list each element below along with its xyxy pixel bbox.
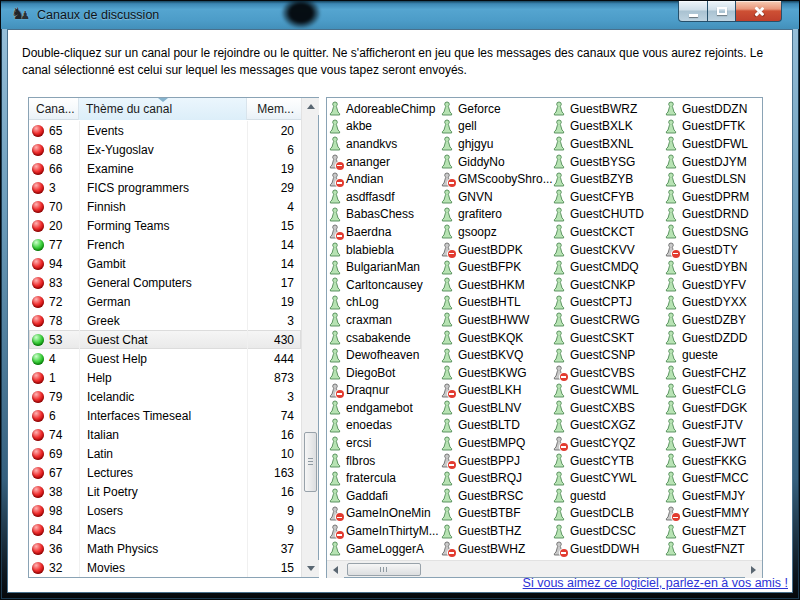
user-item[interactable]: enoedas <box>329 417 441 435</box>
user-item[interactable]: GuestCKCT <box>553 223 665 241</box>
user-item[interactable]: GuestFCLG <box>665 382 762 400</box>
share-link[interactable]: Si vous aimez ce logiciel, parlez-en à v… <box>523 576 788 590</box>
user-item[interactable]: Geforce <box>441 100 553 118</box>
user-item[interactable]: GuestBHKM <box>441 276 553 294</box>
user-item[interactable]: GNVN <box>441 188 553 206</box>
user-item[interactable]: GuestCNKP <box>553 276 665 294</box>
user-item[interactable]: BulgarianMan <box>329 258 441 276</box>
user-item[interactable]: GuestDLSN <box>665 170 762 188</box>
user-item[interactable]: guestd <box>553 487 665 505</box>
user-item[interactable]: GameInThirtyM... <box>329 522 441 540</box>
user-item[interactable]: chLog <box>329 294 441 312</box>
user-item[interactable]: GuestDYFV <box>665 276 762 294</box>
channel-row[interactable]: 66Examine19 <box>29 159 301 178</box>
user-item[interactable]: GuestDRND <box>665 206 762 224</box>
user-item[interactable]: flbros <box>329 452 441 470</box>
user-item[interactable]: GuestDTY <box>665 241 762 259</box>
channel-row[interactable]: 74Italian16 <box>29 425 301 444</box>
channel-row[interactable]: 67Lectures163 <box>29 463 301 482</box>
user-item[interactable]: blabiebla <box>329 241 441 259</box>
user-item[interactable]: GuestDZBY <box>665 311 762 329</box>
user-item[interactable]: DiegoBot <box>329 364 441 382</box>
user-item[interactable]: GuestBLNV <box>441 399 553 417</box>
user-item[interactable]: GuestFKKG <box>665 452 762 470</box>
user-item[interactable]: GuestFNZT <box>665 540 762 558</box>
user-item[interactable]: GuestCXGZ <box>553 417 665 435</box>
user-item[interactable]: GuestBTBF <box>441 505 553 523</box>
user-item[interactable]: GuestCSKT <box>553 329 665 347</box>
user-item[interactable]: gell <box>441 118 553 136</box>
user-item[interactable]: GuestFCHZ <box>665 364 762 382</box>
user-item[interactable]: craxman <box>329 311 441 329</box>
titlebar[interactable]: ♞♟ Canaux de discussion <box>1 1 799 29</box>
user-item[interactable]: GuestBXNL <box>553 135 665 153</box>
user-item[interactable]: GuestDZDD <box>665 329 762 347</box>
user-item[interactable]: GuestFMMY <box>665 505 762 523</box>
user-item[interactable]: GuestCWML <box>553 382 665 400</box>
channel-row[interactable]: 70Finnish4 <box>29 197 301 216</box>
user-item[interactable]: GuestBPPJ <box>441 452 553 470</box>
user-item[interactable]: Dewofheaven <box>329 346 441 364</box>
user-item[interactable]: GiddyNo <box>441 153 553 171</box>
user-item[interactable]: GuestDCLB <box>553 505 665 523</box>
user-item[interactable]: GuestCMDQ <box>553 258 665 276</box>
scroll-left-button[interactable] <box>327 561 344 578</box>
user-item[interactable]: GuestBXLK <box>553 118 665 136</box>
user-item[interactable]: AdoreableChimp <box>329 100 441 118</box>
user-item[interactable]: GuestDDWH <box>553 540 665 558</box>
user-item[interactable]: GuestCVBS <box>553 364 665 382</box>
channel-row[interactable]: 65Events20 <box>29 121 301 140</box>
close-button[interactable] <box>736 1 782 22</box>
scroll-up-button[interactable] <box>302 98 319 115</box>
user-item[interactable]: GuestFJWT <box>665 434 762 452</box>
user-item[interactable]: Carltoncausey <box>329 276 441 294</box>
user-item[interactable]: GuestBKVQ <box>441 346 553 364</box>
channel-row[interactable]: 83General Computers17 <box>29 273 301 292</box>
user-item[interactable]: GuestFMJY <box>665 487 762 505</box>
user-item[interactable]: endgamebot <box>329 399 441 417</box>
channel-row[interactable]: 4Guest Help444 <box>29 349 301 368</box>
channel-row[interactable]: 94Gambit14 <box>29 254 301 273</box>
column-header-theme[interactable]: Thème du canal <box>79 98 247 120</box>
channel-row[interactable]: 72German19 <box>29 292 301 311</box>
user-item[interactable]: grafitero <box>441 206 553 224</box>
user-item[interactable]: GuestBWRZ <box>553 100 665 118</box>
user-item[interactable]: GuestDJYM <box>665 153 762 171</box>
user-item[interactable]: Baerdna <box>329 223 441 241</box>
users-horizontal-scrollbar[interactable] <box>327 560 762 577</box>
user-item[interactable]: GuestDCSC <box>553 522 665 540</box>
user-item[interactable]: ananger <box>329 153 441 171</box>
user-item[interactable]: GuestCKVV <box>553 241 665 259</box>
user-item[interactable]: ercsi <box>329 434 441 452</box>
scroll-down-button[interactable] <box>302 560 319 577</box>
channel-row[interactable]: 6Interfaces Timeseal74 <box>29 406 301 425</box>
user-item[interactable]: GuestDPRM <box>665 188 762 206</box>
user-item[interactable]: GuestFJTV <box>665 417 762 435</box>
channel-row[interactable]: 20Forming Teams15 <box>29 216 301 235</box>
user-item[interactable]: GuestCXBS <box>553 399 665 417</box>
user-item[interactable]: GuestFMZT <box>665 522 762 540</box>
user-item[interactable]: akbe <box>329 118 441 136</box>
user-item[interactable]: asdffasdf <box>329 188 441 206</box>
user-item[interactable]: GuestBZYB <box>553 170 665 188</box>
user-item[interactable]: GuestFMCC <box>665 469 762 487</box>
user-item[interactable]: Gaddafi <box>329 487 441 505</box>
user-item[interactable]: gsoopz <box>441 223 553 241</box>
user-item[interactable]: GuestCHUTD <box>553 206 665 224</box>
horizontal-scrollbar-thumb[interactable] <box>347 563 421 576</box>
user-item[interactable]: GuestBYSG <box>553 153 665 171</box>
user-item[interactable]: GuestBLKH <box>441 382 553 400</box>
channel-row[interactable]: 36Math Physics37 <box>29 539 301 558</box>
channel-row[interactable]: 68Ex-Yugoslav6 <box>29 140 301 159</box>
user-item[interactable]: GameLoggerA <box>329 540 441 558</box>
user-item[interactable]: GuestDFTK <box>665 118 762 136</box>
channel-row[interactable]: 3FICS programmers29 <box>29 178 301 197</box>
maximize-button[interactable] <box>708 1 736 22</box>
user-item[interactable]: GuestFDGK <box>665 399 762 417</box>
minimize-button[interactable] <box>678 1 708 22</box>
user-item[interactable]: gueste <box>665 346 762 364</box>
user-item[interactable]: GuestBDPK <box>441 241 553 259</box>
user-item[interactable]: Andian <box>329 170 441 188</box>
user-item[interactable]: anandkvs <box>329 135 441 153</box>
user-item[interactable]: csabakende <box>329 329 441 347</box>
